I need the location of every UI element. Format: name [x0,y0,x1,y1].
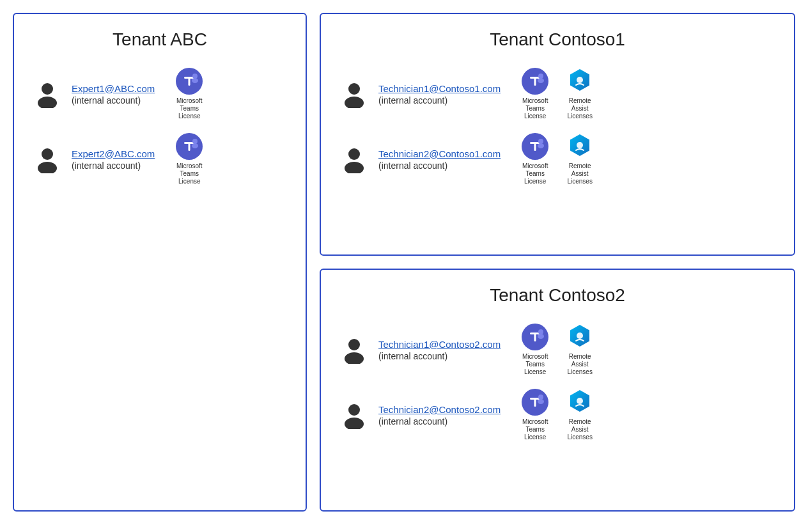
user-avatar-icon [340,401,368,429]
license-group: Microsoft Teams License Remote Assist Li… [516,389,599,441]
tenant-abc-box: Tenant ABC Expert1@ABC.com(internal acco… [13,13,307,512]
remote-assist-license-icon [566,133,593,160]
svg-point-43 [538,395,543,400]
svg-point-1 [38,97,57,108]
license-item: Microsoft Teams License [516,389,554,441]
user-info: Technician2@Contoso2.com(internal accoun… [378,404,501,426]
license-group: Microsoft Teams License [170,133,208,185]
svg-point-29 [577,142,583,148]
svg-point-13 [192,143,198,148]
svg-point-6 [192,78,198,83]
main-layout: Tenant ABC Expert1@ABC.com(internal acco… [13,13,795,519]
teams-license-icon [522,133,548,160]
user-avatar-icon [340,80,368,108]
user-row: Technician2@Contoso2.com(internal accoun… [340,389,775,441]
tenant-contoso2-title: Tenant Contoso2 [340,285,775,306]
user-row: Technician1@Contoso1.com(internal accoun… [340,68,775,120]
user-avatar-icon [340,145,368,173]
user-info: Technician1@Contoso1.com(internal accoun… [378,83,501,106]
user-avatar-icon [340,336,368,364]
tenant-abc-users: Expert1@ABC.com(internal account) Micros… [33,68,286,185]
user-row: Technician1@Contoso2.com(internal accoun… [340,324,775,376]
svg-point-45 [577,398,583,404]
right-panel: Tenant Contoso1 Technician1@Contoso1.com… [320,13,795,512]
svg-point-12 [192,139,198,144]
user-email-link[interactable]: Technician1@Contoso1.com [378,83,501,94]
user-email-link[interactable]: Expert1@ABC.com [72,83,155,94]
svg-point-37 [577,332,583,339]
user-account-type: (internal account) [378,160,501,171]
svg-point-14 [348,83,360,95]
teams-license-icon [522,324,548,350]
svg-rect-18 [534,77,536,86]
license-label: Remote Assist Licenses [561,162,599,185]
svg-rect-11 [189,142,190,151]
license-label: Microsoft Teams License [170,97,208,120]
license-label: Remote Assist Licenses [561,97,599,120]
svg-rect-34 [534,332,536,341]
license-item: Microsoft Teams License [516,68,554,120]
user-email-link[interactable]: Expert2@ABC.com [72,148,155,159]
user-avatar-icon [33,145,61,173]
teams-license-icon [522,389,548,416]
svg-point-22 [348,148,360,160]
tenant-contoso1-title: Tenant Contoso1 [340,29,775,50]
teams-license-icon [522,68,548,95]
svg-point-19 [538,74,543,79]
user-avatar-icon [33,80,61,108]
license-item: Microsoft Teams License [170,68,208,120]
tenant-contoso2-users: Technician1@Contoso2.com(internal accoun… [340,324,775,441]
license-label: Microsoft Teams License [516,97,554,120]
teams-license-icon [176,68,203,95]
user-info: Expert2@ABC.com(internal account) [72,148,155,171]
svg-point-35 [538,329,543,334]
svg-point-21 [577,77,583,83]
tenant-contoso2-box: Tenant Contoso2 Technician1@Contoso2.com… [320,269,795,512]
license-item: Remote Assist Licenses [561,133,599,185]
license-group: Microsoft Teams License [170,68,208,120]
user-row: Expert1@ABC.com(internal account) Micros… [33,68,286,120]
user-email-link[interactable]: Technician2@Contoso2.com [378,404,501,415]
svg-point-23 [345,162,364,173]
tenant-contoso1-users: Technician1@Contoso1.com(internal accoun… [340,68,775,185]
svg-point-0 [42,83,53,95]
tenant-abc-title: Tenant ABC [33,29,286,50]
user-account-type: (internal account) [72,95,155,106]
svg-point-31 [345,352,364,364]
license-label: Microsoft Teams License [516,162,554,185]
license-label: Remote Assist Licenses [561,353,599,376]
license-label: Remote Assist Licenses [561,418,599,441]
user-info: Expert1@ABC.com(internal account) [72,83,155,106]
user-account-type: (internal account) [72,160,155,171]
license-item: Microsoft Teams License [170,133,208,185]
user-email-link[interactable]: Technician1@Contoso2.com [378,339,501,350]
license-label: Microsoft Teams License [516,418,554,441]
svg-point-28 [538,143,544,148]
svg-point-30 [348,339,360,350]
user-account-type: (internal account) [378,351,501,361]
tenant-contoso1-box: Tenant Contoso1 Technician1@Contoso1.com… [320,13,795,256]
svg-point-36 [538,334,544,339]
svg-point-27 [538,139,543,144]
svg-point-39 [345,418,364,429]
license-item: Remote Assist Licenses [561,324,599,376]
svg-point-7 [42,148,53,160]
svg-rect-42 [534,398,536,407]
license-label: Microsoft Teams License [516,353,554,376]
remote-assist-license-icon [566,324,593,350]
license-group: Microsoft Teams License Remote Assist Li… [516,324,599,376]
user-account-type: (internal account) [378,416,501,426]
user-account-type: (internal account) [378,95,501,106]
license-item: Remote Assist Licenses [561,68,599,120]
license-item: Microsoft Teams License [516,324,554,376]
user-email-link[interactable]: Technician2@Contoso1.com [378,148,501,159]
remote-assist-license-icon [566,389,593,416]
svg-point-44 [538,399,544,404]
license-item: Microsoft Teams License [516,133,554,185]
license-group: Microsoft Teams License Remote Assist Li… [516,133,599,185]
license-label: Microsoft Teams License [170,162,208,185]
svg-point-20 [538,78,544,83]
user-info: Technician1@Contoso2.com(internal accoun… [378,339,501,361]
svg-rect-26 [534,142,536,151]
user-info: Technician2@Contoso1.com(internal accoun… [378,148,501,171]
